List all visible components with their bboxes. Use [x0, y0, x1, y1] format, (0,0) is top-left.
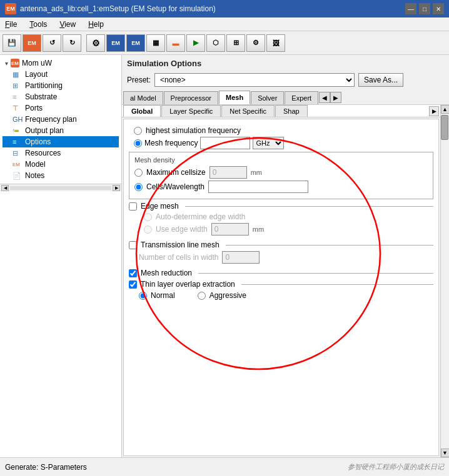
edge-mesh-checkbox-row: Edge mesh [129, 202, 433, 211]
tab-prev-button[interactable]: ◀ [319, 92, 330, 103]
title-bar: EM antenna_ads_lib:cell_1:emSetup (EM Se… [0, 0, 449, 17]
settings-button[interactable]: ⚙ [86, 34, 105, 52]
tab-solver[interactable]: Solver [251, 91, 284, 104]
thin-layer-checkbox[interactable] [129, 280, 137, 289]
gear-button[interactable]: ⚙ [246, 34, 265, 52]
save-as-button[interactable]: Save As... [358, 73, 403, 87]
edge-mesh-group: Edge mesh Auto-determine edge width Use … [129, 202, 433, 236]
ports-icon: ⊤ [13, 104, 23, 112]
cells-wavelength-row: Cells/Wavelength 20 [134, 181, 428, 193]
highest-sim-freq-radio[interactable] [134, 127, 142, 135]
run-button[interactable]: ▶ [186, 34, 205, 52]
watermark-text: 参智硬件工程师小厦的成长日记 [348, 462, 444, 472]
mesh-freq-label: Mesh frequency [144, 139, 198, 147]
num-cells-row: Number of cells in width [139, 251, 433, 264]
sidebar-item-notes[interactable]: 📄 Notes [3, 170, 119, 181]
scroll-thumb[interactable] [441, 115, 448, 140]
edge-mesh-line [185, 206, 433, 207]
subtab-nav-button[interactable]: ▶ [429, 106, 439, 116]
scroll-left-button[interactable]: ◀ [1, 185, 9, 191]
menu-help[interactable]: Help [86, 19, 106, 30]
redo-button[interactable]: ↻ [63, 34, 81, 52]
minimize-button[interactable]: — [405, 3, 416, 14]
stack-button[interactable]: ⊞ [226, 34, 245, 52]
sidebar-item-partitioning[interactable]: ⊞ Partitioning [3, 80, 119, 91]
root-label: Mom uW [22, 59, 52, 67]
tab-preprocessor[interactable]: Preprocessor [164, 91, 218, 104]
sidebar-item-layout[interactable]: ▦ Layout [3, 69, 119, 80]
tab-next-button[interactable]: ▶ [330, 92, 341, 103]
scroll-track-area[interactable] [441, 114, 450, 449]
menu-tools[interactable]: Tools [27, 19, 49, 30]
sidebar-scrollbar[interactable]: ◀ ▶ [0, 184, 121, 191]
sidebar-item-output[interactable]: ≔ Output plan [3, 125, 119, 136]
mesh-freq-unit-select[interactable]: GHz MHz Hz [253, 137, 284, 149]
subtab-shap[interactable]: Shap [275, 105, 308, 117]
scroll-down-button[interactable]: ▼ [441, 449, 450, 457]
cells-wavelength-radio[interactable] [134, 183, 143, 191]
close-button[interactable]: ✕ [433, 3, 444, 14]
em-blue-button[interactable]: EM [106, 34, 125, 52]
scroll-right-button[interactable]: ▶ [113, 185, 120, 191]
cube-button[interactable]: ⬡ [206, 34, 225, 52]
undo-button[interactable]: ↺ [43, 34, 61, 52]
normal-radio[interactable] [139, 292, 147, 300]
use-edge-width-radio[interactable] [144, 226, 152, 234]
restore-button[interactable]: □ [419, 3, 430, 14]
content-area: highest simulation frequency Mesh freque… [123, 119, 439, 456]
sidebar-item-ports[interactable]: ⊤ Ports [3, 102, 119, 114]
sidebar-root[interactable]: ▾ EM Mom uW [3, 57, 119, 69]
max-cellsize-row: Maximum cellsize mm [134, 166, 428, 179]
sidebar-item-resources[interactable]: ⊟ Resources [3, 147, 119, 159]
sidebar: ▾ EM Mom uW ▦ Layout ⊞ Partitioning ≡ Su… [0, 55, 122, 457]
transmission-mesh-checkbox-row: Transmission line mesh [129, 240, 433, 249]
substrate-icon: ≡ [13, 93, 23, 101]
generate-value: S-Parameters [41, 463, 87, 472]
subtab-global[interactable]: Global [123, 105, 161, 117]
sidebar-item-substrate[interactable]: ≡ Substrate [3, 91, 119, 102]
auto-determine-row: Auto-determine edge width [144, 212, 433, 221]
partitioning-icon: ⊞ [13, 82, 23, 90]
content-with-scroll: Global Layer Specific Net Specific Shap … [122, 105, 449, 457]
em-blue2-button[interactable]: EM [126, 34, 145, 52]
tab-expert[interactable]: Expert [285, 91, 318, 104]
mesh-reduction-checkbox[interactable] [129, 269, 137, 277]
sidebar-item-options[interactable]: ≡ Options [3, 136, 119, 147]
title-text: antenna_ads_lib:cell_1:emSetup (EM Setup… [20, 4, 216, 13]
mesh-freq-radio[interactable] [134, 139, 142, 147]
root-icon: EM [11, 59, 19, 67]
menu-view[interactable]: View [57, 19, 78, 30]
layout-button[interactable]: ▦ [146, 34, 165, 52]
subtab-net-specific[interactable]: Net Specific [221, 105, 275, 117]
tab-al-model[interactable]: al Model [123, 91, 163, 104]
auto-determine-radio[interactable] [144, 213, 152, 221]
preset-select[interactable]: <none> [154, 73, 355, 87]
cells-wavelength-input[interactable]: 20 [208, 181, 308, 193]
max-cellsize-radio[interactable] [134, 169, 143, 177]
vertical-scrollbar[interactable]: ▲ ▼ [440, 105, 449, 457]
highest-sim-freq-row: highest simulation frequency [134, 126, 433, 135]
thin-layer-line [241, 284, 433, 285]
sidebar-item-model[interactable]: EM Model [3, 159, 119, 170]
edge-mesh-checkbox[interactable] [129, 202, 137, 211]
transmission-mesh-checkbox[interactable] [129, 241, 137, 249]
tab-mesh[interactable]: Mesh [219, 91, 250, 104]
em-button[interactable]: EM [23, 34, 41, 52]
menu-file[interactable]: File [3, 19, 19, 30]
title-bar-controls[interactable]: — □ ✕ [405, 3, 444, 14]
sidebar-item-frequency[interactable]: GH Frequency plan [3, 114, 119, 125]
scroll-up-button[interactable]: ▲ [441, 105, 450, 114]
save-button[interactable]: 💾 [3, 34, 21, 52]
auto-determine-label: Auto-determine edge width [156, 212, 245, 221]
max-cellsize-input[interactable] [209, 166, 247, 179]
num-cells-input[interactable] [222, 251, 260, 264]
image-button[interactable]: 🖼 [266, 34, 285, 52]
use-edge-width-input[interactable] [211, 223, 249, 236]
palette-button[interactable]: ▬ [166, 34, 185, 52]
subtab-layer-specific[interactable]: Layer Specific [161, 105, 221, 117]
highest-sim-freq-label: highest simulation frequency [146, 126, 241, 135]
edge-mesh-label: Edge mesh [141, 202, 179, 211]
aggressive-radio[interactable] [198, 292, 206, 300]
sidebar-label-frequency: Frequency plan [25, 115, 77, 124]
mesh-freq-input[interactable]: 2.4 [200, 137, 250, 149]
